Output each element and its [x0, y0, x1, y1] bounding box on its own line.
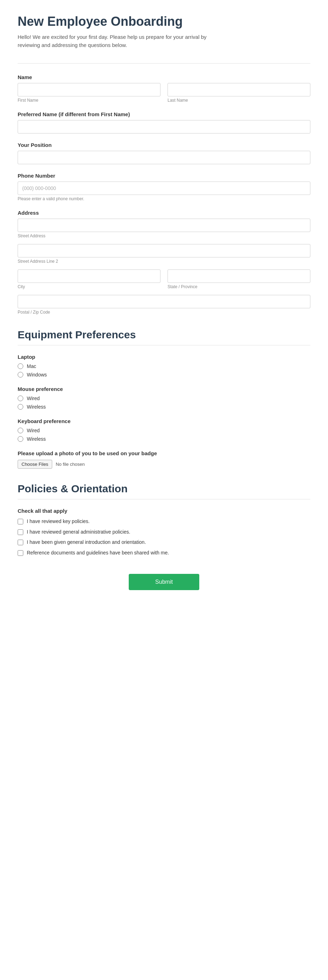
laptop-windows-radio[interactable] [17, 372, 23, 377]
phone-hint: Please enter a valid phone number. [17, 196, 311, 201]
file-no-chosen-text: No file chosen [56, 461, 85, 467]
badge-photo-group: Please upload a photo of you to be used … [17, 450, 311, 469]
keyboard-wired-radio[interactable] [17, 428, 23, 433]
laptop-label: Laptop [17, 354, 311, 360]
last-name-sublabel: Last Name [168, 98, 311, 103]
page-title: New Employee Onboarding [17, 14, 311, 29]
state-sublabel: State / Province [168, 284, 311, 289]
policy-checkbox-4[interactable]: Reference documents and guidelines have … [17, 549, 311, 557]
zip-input[interactable] [17, 295, 311, 308]
preferred-name-input[interactable] [17, 120, 311, 134]
state-input[interactable] [168, 269, 311, 283]
keyboard-wireless-radio[interactable] [17, 436, 23, 442]
mouse-wired-label: Wired [27, 396, 40, 401]
keyboard-wireless-option[interactable]: Wireless [17, 436, 311, 442]
address-label: Address [17, 210, 311, 216]
city-state-row: City State / Province [17, 269, 311, 289]
policy4-checkbox[interactable] [17, 550, 23, 556]
laptop-windows-option[interactable]: Windows [17, 372, 311, 377]
position-field-group: Your Position [17, 142, 311, 164]
keyboard-wired-option[interactable]: Wired [17, 428, 311, 433]
keyboard-wired-label: Wired [27, 428, 40, 433]
submit-button[interactable]: Submit [129, 574, 199, 590]
last-name-input[interactable] [168, 83, 311, 96]
policy4-label: Reference documents and guidelines have … [27, 549, 169, 557]
equipment-section: Equipment Preferences Laptop Mac Windows… [17, 329, 311, 469]
street-address2-input[interactable] [17, 244, 311, 258]
badge-photo-label: Please upload a photo of you to be used … [17, 450, 311, 456]
policy2-label: I have reviewed general administrative p… [27, 529, 130, 536]
city-input[interactable] [17, 269, 160, 283]
name-label: Name [17, 74, 311, 80]
phone-input[interactable] [17, 181, 311, 195]
policy2-checkbox[interactable] [17, 530, 23, 535]
preferred-name-label: Preferred Name (if different from First … [17, 111, 311, 117]
mouse-label: Mouse preference [17, 386, 311, 392]
first-name-input[interactable] [17, 83, 160, 96]
policies-section-title: Policies & Orientation [17, 483, 311, 500]
policy-checkbox-2[interactable]: I have reviewed general administrative p… [17, 529, 311, 536]
policy1-label: I have reviewed key policies. [27, 518, 90, 525]
policy3-label: I have been given general introduction a… [27, 539, 146, 546]
position-label: Your Position [17, 142, 311, 148]
city-col: City [17, 269, 160, 289]
zip-sublabel: Postal / Zip Code [17, 310, 311, 315]
laptop-radio-group: Laptop Mac Windows [17, 354, 311, 377]
laptop-mac-option[interactable]: Mac [17, 363, 311, 369]
state-col: State / Province [168, 269, 311, 289]
keyboard-radio-group: Keyboard preference Wired Wireless [17, 418, 311, 442]
choose-files-button[interactable]: Choose Files [17, 460, 52, 469]
mouse-wireless-label: Wireless [27, 404, 46, 410]
street-address-row: Street Address [17, 219, 311, 239]
keyboard-wireless-label: Wireless [27, 436, 46, 442]
mouse-wired-radio[interactable] [17, 396, 23, 401]
keyboard-label: Keyboard preference [17, 418, 311, 424]
street-address-input[interactable] [17, 219, 311, 232]
mouse-wired-option[interactable]: Wired [17, 396, 311, 401]
policies-checkbox-group: Check all that apply I have reviewed key… [17, 508, 311, 556]
street-address-sublabel: Street Address [17, 234, 311, 239]
equipment-section-title: Equipment Preferences [17, 329, 311, 345]
policy1-checkbox[interactable] [17, 519, 23, 525]
street-address2-sublabel: Street Address Line 2 [17, 259, 311, 264]
position-input[interactable] [17, 151, 311, 164]
address-field-group: Address Street Address Street Address Li… [17, 210, 311, 315]
personal-info-section: Name First Name Last Name Preferred Name… [17, 74, 311, 315]
street-address2-row: Street Address Line 2 [17, 244, 311, 264]
mouse-wireless-option[interactable]: Wireless [17, 404, 311, 410]
laptop-mac-radio[interactable] [17, 363, 23, 369]
city-sublabel: City [17, 284, 160, 289]
submit-section: Submit [17, 574, 311, 590]
policy-checkbox-3[interactable]: I have been given general introduction a… [17, 539, 311, 546]
page-subtitle: Hello! We are excited for your first day… [17, 33, 229, 49]
laptop-windows-label: Windows [27, 372, 47, 377]
mouse-radio-group: Mouse preference Wired Wireless [17, 386, 311, 410]
header-divider [17, 63, 311, 64]
file-upload-row: Choose Files No file chosen [17, 460, 311, 469]
last-name-col: Last Name [168, 83, 311, 103]
policy3-checkbox[interactable] [17, 539, 23, 545]
name-field-group: Name First Name Last Name [17, 74, 311, 103]
preferred-name-field-group: Preferred Name (if different from First … [17, 111, 311, 134]
zip-row: Postal / Zip Code [17, 295, 311, 315]
policies-section: Policies & Orientation Check all that ap… [17, 483, 311, 556]
first-name-col: First Name [17, 83, 160, 103]
first-name-sublabel: First Name [17, 98, 160, 103]
laptop-mac-label: Mac [27, 363, 36, 369]
mouse-wireless-radio[interactable] [17, 404, 23, 410]
check-all-label: Check all that apply [17, 508, 311, 514]
policy-checkbox-1[interactable]: I have reviewed key policies. [17, 518, 311, 525]
name-input-row: First Name Last Name [17, 83, 311, 103]
phone-label: Phone Number [17, 173, 311, 179]
phone-field-group: Phone Number Please enter a valid phone … [17, 173, 311, 201]
